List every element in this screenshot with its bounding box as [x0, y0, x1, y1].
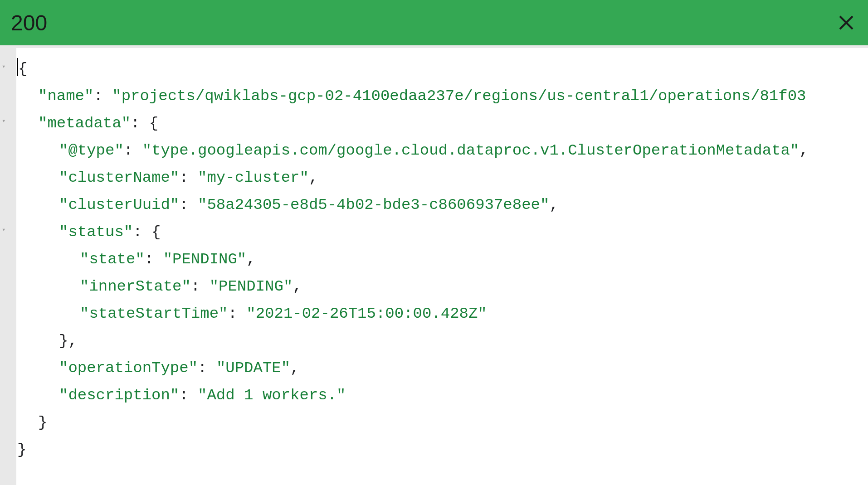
json-key-clustername: "clusterName"	[59, 169, 179, 186]
json-key-metadata: "metadata"	[38, 115, 131, 132]
response-status-bar: 200	[0, 0, 868, 45]
editor-gutter: ▾ ▾ ▾	[0, 48, 16, 485]
json-comma: ,	[246, 251, 255, 268]
json-value-clustername: "my-cluster"	[198, 169, 309, 186]
json-colon: :	[198, 359, 216, 377]
json-key-name: "name"	[38, 87, 93, 105]
json-colon: :	[93, 87, 112, 105]
json-colon: :	[145, 251, 163, 268]
json-comma: ,	[290, 359, 299, 377]
json-value-clusteruuid: "58a24305-e8d5-4b02-bde3-c8606937e8ee"	[198, 196, 549, 213]
json-colon: :	[179, 387, 198, 404]
json-colon: :	[131, 115, 149, 132]
close-icon	[837, 14, 855, 32]
json-brace: }	[17, 441, 26, 458]
json-key-innerstate: "innerState"	[80, 278, 191, 295]
json-key-statestarttime: "stateStartTime"	[80, 305, 228, 322]
json-colon: :	[179, 169, 198, 186]
json-value-type: "type.googleapis.com/google.cloud.datapr…	[142, 142, 800, 159]
json-comma: ,	[799, 142, 808, 159]
json-comma: ,	[68, 332, 77, 349]
json-brace: {	[18, 60, 27, 78]
json-key-clusteruuid: "clusterUuid"	[59, 196, 179, 213]
json-key-status: "status"	[59, 223, 133, 241]
json-colon: :	[133, 223, 151, 241]
json-brace: }	[38, 414, 47, 431]
json-key-operationtype: "operationType"	[59, 359, 198, 377]
fold-toggle-icon[interactable]: ▾	[2, 63, 5, 70]
json-value-state: "PENDING"	[163, 251, 247, 268]
json-value-innerstate: "PENDING"	[210, 278, 293, 295]
json-comma: ,	[309, 169, 318, 186]
json-colon: :	[228, 305, 246, 322]
json-brace: {	[149, 115, 158, 132]
close-button[interactable]	[835, 12, 857, 34]
json-key-type: "@type"	[59, 142, 124, 159]
json-comma: ,	[549, 196, 558, 213]
json-brace: }	[59, 332, 68, 349]
fold-toggle-icon[interactable]: ▾	[2, 226, 5, 233]
json-brace: {	[151, 223, 161, 241]
json-response-editor[interactable]: {"name": "projects/qwiklabs-gcp-02-4100e…	[16, 48, 868, 485]
json-comma: ,	[293, 278, 302, 295]
status-code: 200	[11, 10, 47, 35]
response-body-area: ▾ ▾ ▾ {"name": "projects/qwiklabs-gcp-02…	[0, 45, 868, 485]
json-colon: :	[179, 196, 198, 213]
json-value-name: "projects/qwiklabs-gcp-02-4100edaa237e/r…	[112, 87, 806, 105]
json-colon: :	[191, 278, 210, 295]
json-key-state: "state"	[80, 251, 145, 268]
json-value-statestarttime: "2021-02-26T15:00:00.428Z"	[246, 305, 487, 322]
fold-toggle-icon[interactable]: ▾	[2, 117, 5, 125]
json-value-description: "Add 1 workers."	[198, 387, 346, 404]
json-value-operationtype: "UPDATE"	[216, 359, 290, 377]
json-colon: :	[124, 142, 142, 159]
json-key-description: "description"	[59, 387, 179, 404]
